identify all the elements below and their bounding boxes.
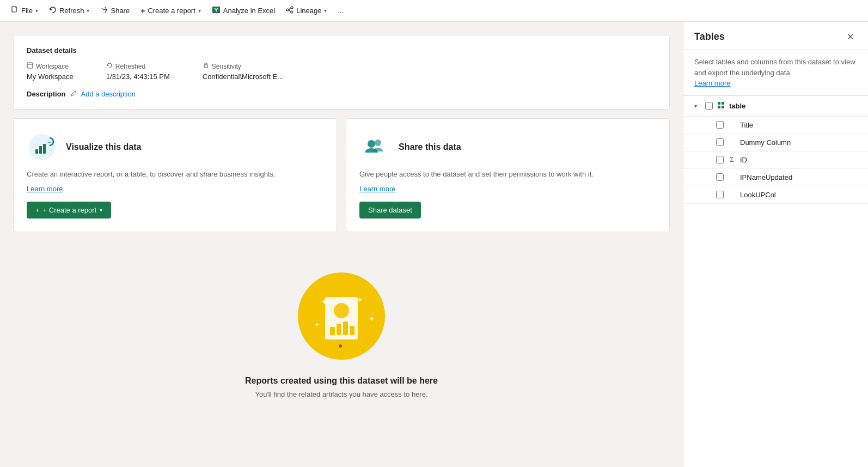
share-icon	[100, 6, 108, 15]
svg-rect-25	[350, 326, 354, 335]
table-checkbox[interactable]	[705, 102, 713, 110]
create-report-chevron: ▾	[198, 8, 201, 14]
svg-rect-24	[343, 322, 348, 335]
svg-point-13	[368, 140, 375, 148]
share-label: Share	[111, 7, 130, 15]
dataset-details-card: Dataset details Workspace My Workspace	[13, 35, 670, 110]
visualize-learn-more-link[interactable]: Learn more	[27, 185, 63, 193]
workspace-meta: Workspace My Workspace	[27, 62, 74, 81]
create-report-chevron-icon: ▾	[100, 207, 102, 213]
analyze-excel-button[interactable]: Analyze in Excel	[207, 3, 279, 18]
svg-rect-22	[330, 327, 335, 335]
more-button[interactable]: ...	[333, 4, 348, 17]
table-name: table	[729, 102, 745, 110]
share-button[interactable]: Share	[96, 4, 134, 17]
tables-list: ▾ table TitleDummy ColumnΣIDIPNameUpdate…	[683, 96, 868, 468]
table-expand-chevron[interactable]: ▾	[694, 103, 701, 109]
description-row: Description Add a description	[27, 89, 656, 98]
svg-rect-9	[35, 149, 38, 154]
tables-panel-description: Select tables and columns from this data…	[683, 50, 868, 96]
refreshed-meta: Refreshed 1/31/23, 4:43:15 PM	[106, 62, 170, 81]
refreshed-value: 1/31/23, 4:43:15 PM	[106, 72, 170, 81]
sensitivity-label: Sensitivity	[203, 62, 283, 70]
column-checkbox-id[interactable]	[716, 156, 724, 163]
lineage-chevron: ▾	[324, 8, 327, 14]
column-row: Title	[683, 117, 868, 134]
sensitivity-icon	[203, 62, 209, 70]
tables-panel: Tables ✕ Select tables and columns from …	[683, 22, 868, 467]
analyze-excel-label: Analyze in Excel	[223, 7, 275, 15]
svg-rect-29	[718, 106, 720, 108]
svg-rect-10	[39, 146, 42, 154]
column-row: IPNameUpdated	[683, 169, 868, 186]
svg-point-26	[339, 344, 342, 348]
column-name: ID	[740, 156, 747, 164]
create-report-button[interactable]: + Create a report ▾	[136, 4, 205, 17]
create-report-action-label: + Create a report	[43, 206, 97, 214]
svg-rect-30	[722, 106, 724, 108]
column-name: LookUPCol	[740, 191, 776, 199]
close-tables-panel-button[interactable]: ✕	[843, 31, 857, 43]
file-icon	[11, 6, 19, 15]
excel-icon	[212, 5, 221, 16]
file-label: File	[21, 7, 33, 15]
workspace-value: My Workspace	[27, 72, 74, 81]
file-button[interactable]: File ▾	[7, 4, 42, 17]
refresh-chevron: ▾	[87, 8, 89, 14]
svg-text:✦: ✦	[369, 314, 375, 323]
column-name: Title	[740, 121, 753, 129]
share-data-card: Share this data Give people access to th…	[346, 118, 670, 232]
tables-panel-title: Tables	[694, 31, 725, 43]
create-report-action-button[interactable]: + + Create a report ▾	[27, 202, 111, 219]
lineage-label: Lineage	[296, 7, 321, 15]
svg-rect-11	[43, 144, 46, 154]
refreshed-label: Refreshed	[106, 62, 170, 70]
share-data-card-desc: Give people access to the dataset and se…	[359, 169, 656, 180]
tables-panel-desc-text: Select tables and columns from this data…	[694, 58, 855, 77]
column-checkbox-title[interactable]	[716, 121, 724, 129]
share-dataset-label: Share dataset	[368, 206, 412, 214]
table-grid-icon	[717, 101, 725, 111]
column-checkbox-lookupcol[interactable]	[716, 191, 724, 198]
svg-point-5	[291, 11, 293, 13]
lineage-button[interactable]: Lineage ▾	[282, 4, 331, 17]
column-checkbox-ipnameupdated[interactable]	[716, 173, 724, 181]
file-chevron: ▾	[35, 8, 38, 14]
create-report-plus-icon: +	[35, 206, 40, 214]
share-data-icon	[359, 132, 390, 162]
column-row: Dummy Column	[683, 134, 868, 151]
table-header-row: ▾ table	[683, 96, 868, 117]
refresh-button[interactable]: Refresh ▾	[45, 4, 94, 17]
share-data-card-title: Share this data	[399, 142, 461, 152]
toolbar: File ▾ Refresh ▾ Share + Create a report…	[0, 0, 868, 22]
dataset-meta: Workspace My Workspace Refreshed	[27, 62, 656, 81]
visualize-card: Visualize this data Create an interactiv…	[13, 118, 337, 232]
share-dataset-button[interactable]: Share dataset	[359, 202, 421, 219]
column-row: ΣID	[683, 151, 868, 169]
column-name: IPNameUpdated	[740, 173, 792, 181]
main-layout: Dataset details Workspace My Workspace	[0, 22, 868, 467]
edit-description-icon	[70, 89, 77, 98]
svg-rect-1	[15, 7, 16, 8]
sensitivity-value: Confidential\Microsoft E...	[203, 72, 283, 81]
columns-container: TitleDummy ColumnΣIDIPNameUpdatedLookUPC…	[683, 117, 868, 204]
add-description-link[interactable]: Add a description	[81, 90, 136, 98]
refresh-label: Refresh	[59, 7, 84, 15]
tables-panel-learn-more-link[interactable]: Learn more	[694, 79, 730, 87]
svg-point-21	[334, 303, 349, 318]
sigma-icon: Σ	[728, 156, 736, 163]
plus-icon: +	[140, 7, 145, 15]
create-report-label: Create a report	[148, 7, 195, 15]
empty-state-desc: You'll find the related artifacts you ha…	[255, 390, 427, 398]
sensitivity-meta: Sensitivity Confidential\Microsoft E...	[203, 62, 283, 81]
refresh-small-icon	[106, 62, 113, 70]
lineage-icon	[286, 6, 294, 15]
share-data-card-header: Share this data	[359, 132, 656, 162]
column-checkbox-dummy-column[interactable]	[716, 138, 724, 146]
content-area: Dataset details Workspace My Workspace	[0, 22, 683, 467]
empty-state-title: Reports created using this dataset will …	[245, 376, 438, 386]
share-data-learn-more-link[interactable]: Learn more	[359, 185, 395, 193]
tables-panel-header: Tables ✕	[683, 22, 868, 50]
svg-point-4	[291, 7, 293, 9]
svg-point-14	[375, 140, 381, 146]
